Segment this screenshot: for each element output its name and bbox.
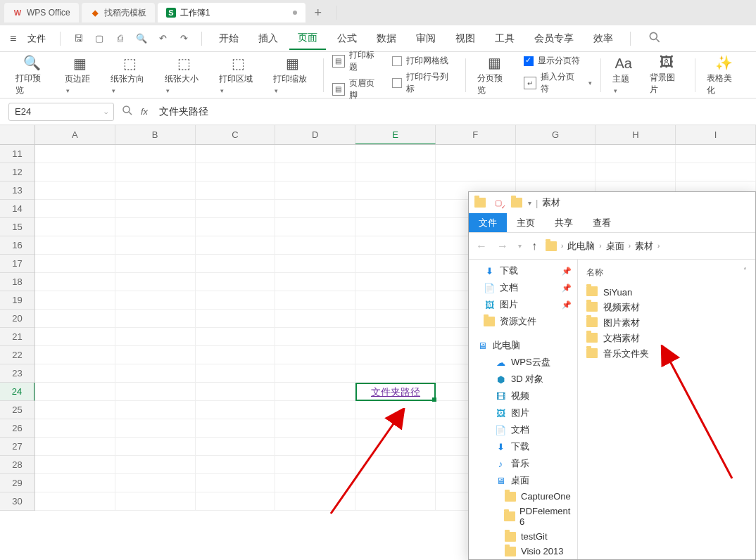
cell[interactable] [115, 328, 196, 346]
cell[interactable] [196, 273, 276, 291]
cell[interactable] [35, 328, 115, 346]
cell[interactable] [196, 218, 276, 236]
menu-formula[interactable]: 公式 [329, 28, 365, 49]
list-item[interactable]: 图片素材 [585, 315, 748, 331]
tree-item-desktop[interactable]: 🖥桌面 [469, 472, 577, 489]
search-icon[interactable] [648, 30, 662, 46]
cell[interactable] [115, 438, 196, 456]
column-header[interactable]: C [196, 125, 276, 144]
cell[interactable] [115, 291, 196, 310]
print-scale-button[interactable]: ▦ 打印缩放▾ [266, 55, 319, 95]
cell[interactable] [596, 145, 676, 163]
cell[interactable] [196, 182, 276, 200]
row-header[interactable]: 15 [0, 218, 34, 236]
breadcrumb-item[interactable]: 素材 [635, 240, 653, 253]
cell[interactable] [35, 145, 115, 163]
cell[interactable] [115, 346, 196, 364]
cell[interactable] [275, 218, 355, 236]
tree-item-folder[interactable]: Visio 2013 [469, 544, 577, 559]
cell[interactable] [275, 182, 355, 200]
explorer-tab-home[interactable]: 主页 [507, 213, 545, 232]
cell[interactable] [355, 145, 436, 163]
cell[interactable] [35, 218, 115, 236]
row-header[interactable]: 26 [0, 419, 34, 438]
cell[interactable] [196, 328, 276, 346]
tree-item-folder[interactable]: testGit [469, 529, 577, 544]
row-header[interactable]: 30 [0, 492, 34, 511]
cell[interactable] [35, 310, 115, 328]
cell[interactable] [196, 291, 276, 310]
menu-efficiency[interactable]: 效率 [585, 28, 622, 49]
row-header[interactable]: 13 [0, 182, 34, 200]
tree-item-wps-cloud[interactable]: ☁WPS云盘 [469, 354, 577, 371]
tree-item-folder[interactable]: CaptureOne [469, 489, 577, 504]
cell[interactable] [35, 456, 115, 474]
cell[interactable] [275, 310, 355, 328]
print-area-button[interactable]: ⬚ 打印区域▾ [212, 55, 265, 95]
row-header[interactable]: 19 [0, 291, 34, 310]
formula-input[interactable] [155, 103, 748, 121]
new-icon[interactable]: ▢ [90, 30, 108, 48]
cell[interactable] [355, 291, 436, 310]
background-button[interactable]: 🖼 背景图片 [643, 55, 691, 95]
cell[interactable] [196, 456, 276, 474]
cell[interactable] [275, 456, 355, 474]
cell[interactable] [196, 474, 276, 492]
cell[interactable] [436, 145, 516, 163]
column-header[interactable]: B [115, 125, 196, 144]
row-header[interactable]: 12 [0, 163, 34, 182]
cell[interactable] [275, 200, 355, 218]
menu-page[interactable]: 页面 [289, 27, 326, 50]
cell[interactable] [196, 163, 276, 182]
cell[interactable] [275, 236, 355, 255]
cell[interactable] [35, 438, 115, 456]
cell[interactable] [196, 236, 276, 255]
hamburger-icon[interactable]: ≡ [7, 32, 19, 45]
tree-item-videos[interactable]: 🎞视频 [469, 388, 577, 405]
cell[interactable] [355, 236, 436, 255]
cell[interactable] [355, 346, 436, 364]
row-header[interactable]: 24 [0, 383, 34, 401]
cell[interactable] [516, 145, 596, 163]
cell[interactable] [516, 163, 596, 182]
cell[interactable] [355, 456, 436, 474]
cell[interactable] [275, 438, 355, 456]
menu-data[interactable]: 数据 [368, 28, 405, 49]
cell[interactable] [115, 273, 196, 291]
cell[interactable] [115, 419, 196, 438]
breadcrumb[interactable]: › 此电脑 › 桌面 › 素材 › [546, 240, 662, 253]
cell[interactable] [355, 273, 436, 291]
cell[interactable] [35, 401, 115, 419]
print-preview-button[interactable]: 🔍 打印预览 [8, 55, 56, 95]
row-header[interactable]: 20 [0, 310, 34, 328]
page-margin-button[interactable]: ▦ 页边距▾ [58, 55, 102, 95]
cell[interactable] [196, 145, 276, 163]
cell[interactable] [355, 438, 436, 456]
cell[interactable] [196, 419, 276, 438]
cell[interactable] [355, 163, 436, 182]
cell[interactable] [196, 310, 276, 328]
header-footer-button[interactable]: ▤页眉页脚 [332, 77, 383, 101]
menu-insert[interactable]: 插入 [250, 28, 286, 49]
explorer-tree[interactable]: ⬇下载📌 📄文档📌 🖼图片📌 资源文件 🖥此电脑 ☁WPS云盘 ⬢3D 对象 🎞… [469, 260, 578, 559]
column-header[interactable]: G [516, 125, 596, 144]
cell[interactable] [275, 346, 355, 364]
row-header[interactable]: 25 [0, 401, 34, 419]
print-icon[interactable]: ⎙ [111, 30, 130, 48]
cell[interactable] [35, 383, 115, 401]
cell[interactable] [355, 419, 436, 438]
insert-page-break-button[interactable]: ↵插入分页符▾ [524, 71, 592, 95]
tree-item-music[interactable]: ♪音乐 [469, 455, 577, 472]
cell[interactable] [35, 255, 115, 273]
column-header[interactable]: A [35, 125, 115, 144]
cell[interactable] [275, 492, 355, 511]
cell[interactable] [196, 383, 276, 401]
page-break-preview-button[interactable]: ▦ 分页预览 [470, 55, 518, 95]
cell[interactable] [196, 346, 276, 364]
cell[interactable] [676, 145, 756, 163]
cell[interactable] [275, 401, 355, 419]
column-header[interactable]: F [436, 125, 516, 144]
tree-item-downloads[interactable]: ⬇下载📌 [469, 262, 577, 279]
row-header[interactable]: 29 [0, 474, 34, 492]
tree-item-pictures[interactable]: 🖼图片📌 [469, 296, 577, 313]
